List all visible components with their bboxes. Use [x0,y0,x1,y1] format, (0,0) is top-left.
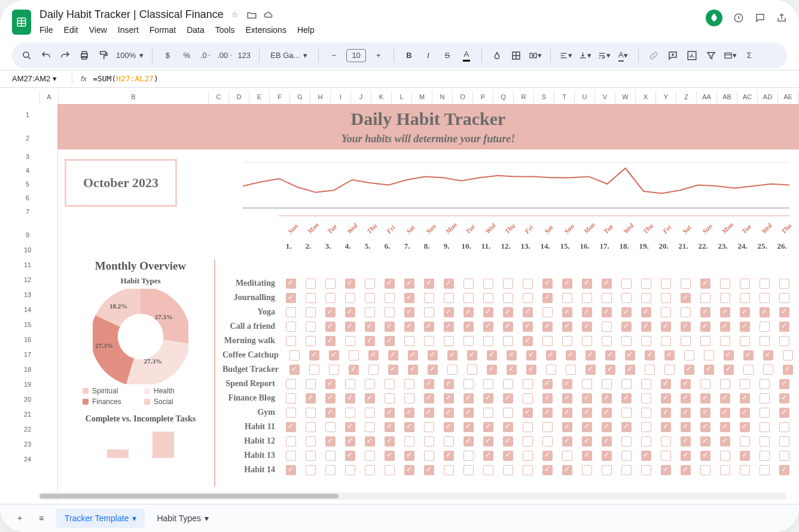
column-header[interactable]: Q [493,91,514,104]
habit-checkbox[interactable] [360,436,380,447]
habit-checkbox[interactable] [518,293,538,303]
habit-checkbox[interactable] [679,365,699,375]
sheet-tab[interactable]: Tracker Template ▾ [56,509,145,528]
habit-checkbox[interactable] [360,379,380,389]
habit-checkbox[interactable] [755,307,774,317]
habit-checkbox[interactable] [459,408,478,418]
habit-checkbox[interactable] [755,422,774,432]
habit-checkbox[interactable] [538,322,557,332]
habit-checkbox[interactable] [778,365,798,375]
habit-checkbox[interactable] [735,307,755,317]
habit-checkbox[interactable] [478,451,498,461]
habit-checkbox[interactable] [399,422,419,432]
habit-checkbox[interactable] [340,408,360,418]
habit-checkbox[interactable] [755,451,774,461]
habit-checkbox[interactable] [439,307,459,317]
habit-checkbox[interactable] [380,422,399,432]
format-percent-button[interactable]: % [180,49,193,62]
habit-checkbox[interactable] [577,336,597,346]
habit-checkbox[interactable] [656,336,676,346]
habit-checkbox[interactable] [518,436,538,447]
undo-icon[interactable] [39,49,53,62]
habit-checkbox[interactable] [636,422,656,432]
habit-checkbox[interactable] [715,465,735,475]
habit-checkbox[interactable] [321,279,340,289]
menu-item[interactable]: Format [150,25,176,36]
row-header[interactable]: 18 [16,363,39,378]
habit-checkbox[interactable] [597,279,617,289]
select-all-corner[interactable] [16,91,40,104]
habit-checkbox[interactable] [439,422,459,432]
all-sheets-icon[interactable]: ≡ [35,512,48,525]
habit-checkbox[interactable] [380,436,399,447]
habit-checkbox[interactable] [340,379,360,389]
history-icon[interactable] [733,13,744,23]
habit-checkbox[interactable] [719,365,739,375]
habit-checkbox[interactable] [617,422,636,432]
fx-icon[interactable]: fx [81,74,87,84]
habit-checkbox[interactable] [538,379,557,389]
habit-checkbox[interactable] [301,336,321,346]
habit-checkbox[interactable] [321,322,340,332]
habit-checkbox[interactable] [399,293,419,303]
text-wrap-button[interactable]: ▾ [597,49,611,62]
row-header[interactable]: 3 [16,151,39,164]
habit-checkbox[interactable] [597,293,617,303]
column-header[interactable]: I [331,91,351,104]
habit-checkbox[interactable] [360,322,380,332]
habit-checkbox[interactable] [301,393,321,403]
habit-checkbox[interactable] [498,307,518,317]
habit-checkbox[interactable] [617,293,636,303]
habit-checkbox[interactable] [321,465,340,475]
habit-checkbox[interactable] [715,336,735,346]
habit-checkbox[interactable] [597,393,617,403]
habit-checkbox[interactable] [419,322,439,332]
column-header[interactable]: B [59,91,209,104]
habit-checkbox[interactable] [715,436,735,447]
habit-checkbox[interactable] [518,336,538,346]
menu-item[interactable]: Tools [215,25,235,36]
habit-checkbox[interactable] [301,465,321,475]
habit-checkbox[interactable] [340,436,360,447]
row-header[interactable] [16,467,39,476]
functions-button[interactable]: Σ [743,49,756,62]
habit-checkbox[interactable] [600,365,620,375]
row-header[interactable]: 14 [16,303,39,318]
habit-checkbox[interactable] [518,451,538,461]
increase-decimal-button[interactable]: .00→ [218,49,231,62]
habit-checkbox[interactable] [735,379,755,389]
column-header[interactable]: E [249,91,270,104]
habit-checkbox[interactable] [443,350,462,360]
user-avatar[interactable] [706,10,722,26]
row-header[interactable]: 11 [16,258,39,273]
habit-checkbox[interactable] [755,408,774,418]
habit-checkbox[interactable] [676,436,696,447]
habit-checkbox[interactable] [498,379,518,389]
habit-checkbox[interactable] [301,279,321,289]
habit-checkbox[interactable] [459,322,478,332]
habit-checkbox[interactable] [360,408,380,418]
habit-checkbox[interactable] [774,293,794,303]
column-header[interactable]: C [209,91,229,104]
habit-checkbox[interactable] [380,279,399,289]
habit-checkbox[interactable] [676,293,696,303]
habit-checkbox[interactable] [459,465,478,475]
habit-checkbox[interactable] [281,322,301,332]
habit-checkbox[interactable] [696,451,715,461]
habit-checkbox[interactable] [640,365,660,375]
habit-checkbox[interactable] [656,465,676,475]
habit-checkbox[interactable] [774,279,794,289]
habit-checkbox[interactable] [600,350,620,360]
habit-checkbox[interactable] [281,436,301,447]
habit-checkbox[interactable] [538,465,557,475]
habit-checkbox[interactable] [577,393,597,403]
zoom-select[interactable]: 100% ▾ [116,50,144,61]
habit-checkbox[interactable] [281,379,301,389]
comments-icon[interactable] [755,13,766,23]
habit-checkbox[interactable] [735,422,755,432]
filter-button[interactable] [705,49,718,62]
habit-checkbox[interactable] [597,422,617,432]
habit-checkbox[interactable] [281,393,301,403]
habit-checkbox[interactable] [696,436,715,447]
habit-checkbox[interactable] [676,408,696,418]
